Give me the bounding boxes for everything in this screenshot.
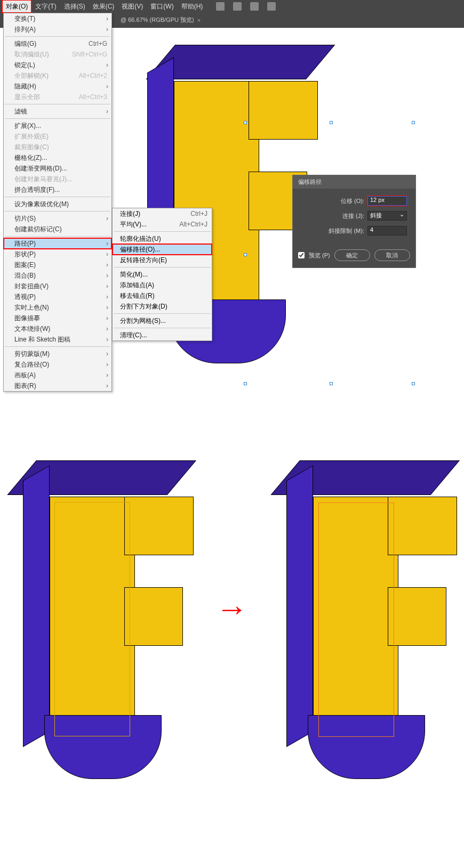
menu-item-label: 隐藏(H) xyxy=(14,82,36,91)
menu-item[interactable]: 实时上色(N) xyxy=(4,302,111,313)
menu-item[interactable]: 路径(P) xyxy=(4,238,111,249)
sel-handle-se[interactable] xyxy=(412,382,415,385)
menu-item-label: 取消编组(U) xyxy=(14,50,49,59)
menu-item: 扩展外观(E) xyxy=(4,131,111,142)
search-icon[interactable] xyxy=(233,2,242,11)
preview-checkbox[interactable] xyxy=(298,252,305,258)
submenu-item[interactable]: 清理(C)... xyxy=(113,330,212,340)
menu-item[interactable]: 排列(A) xyxy=(4,24,111,35)
menu-item[interactable]: 创建渐变网格(D)... xyxy=(4,163,111,174)
menu-effect[interactable]: 效果(C) xyxy=(89,0,118,13)
menu-item-label: 图表(R) xyxy=(14,382,36,391)
menu-item[interactable]: 图像描摹 xyxy=(4,313,111,323)
menu-item-label: Line 和 Sketch 图稿 xyxy=(14,335,70,344)
submenu-item-shortcut: Alt+Ctrl+J xyxy=(179,221,207,228)
sel-handle-nw[interactable] xyxy=(244,121,247,124)
letter-arm-mid xyxy=(388,587,446,646)
tab-label: @ 66.67% (RGB/GPU 预览) xyxy=(121,16,194,24)
miter-input[interactable]: 4 xyxy=(367,226,407,236)
menu-window[interactable]: 窗口(W) xyxy=(147,0,177,13)
menu-item-shortcut: Alt+Ctrl+2 xyxy=(79,72,107,79)
after-artwork xyxy=(276,449,452,768)
menu-help[interactable]: 帮助(H) xyxy=(178,0,207,13)
menu-item[interactable]: 形状(P) xyxy=(4,249,111,259)
offset-inner-path xyxy=(318,502,394,737)
sync-icon[interactable] xyxy=(267,2,276,11)
join-label: 连接 (J): xyxy=(342,212,364,220)
menu-item-label: 路径(P) xyxy=(14,239,36,248)
menu-item[interactable]: 编组(G)Ctrl+G xyxy=(4,38,111,49)
ok-button[interactable]: 确定 xyxy=(334,249,370,261)
sel-handle-s[interactable] xyxy=(330,382,333,385)
path-submenu[interactable]: 连接(J)Ctrl+J平均(V)...Alt+Ctrl+J轮廓化描边(U)偏移路… xyxy=(112,208,212,341)
menu-item-label: 变换(T) xyxy=(14,14,35,23)
letter-arm-mid xyxy=(124,587,183,646)
menubar: 对象(O) 文字(T) 选择(S) 效果(C) 视图(V) 窗口(W) 帮助(H… xyxy=(0,0,464,13)
submenu-item[interactable]: 连接(J)Ctrl+J xyxy=(113,208,212,219)
menu-select[interactable]: 选择(S) xyxy=(60,0,89,13)
menu-item[interactable]: 扩展(X)... xyxy=(4,120,111,131)
menu-item[interactable]: 文本绕排(W) xyxy=(4,323,111,334)
menu-object[interactable]: 对象(O) xyxy=(2,0,31,13)
cancel-button[interactable]: 取消 xyxy=(374,249,410,261)
menu-item[interactable]: 复合路径(O) xyxy=(4,359,111,370)
submenu-item[interactable]: 平均(V)...Alt+Ctrl+J xyxy=(113,219,212,230)
offset-label: 位移 (O): xyxy=(341,197,364,205)
menu-item[interactable]: 封套扭曲(V) xyxy=(4,281,111,291)
letter-top-face xyxy=(146,45,335,79)
menu-item[interactable]: 滤镜 xyxy=(4,106,111,117)
menu-type[interactable]: 文字(T) xyxy=(31,0,60,13)
sel-handle-sw[interactable] xyxy=(244,382,247,385)
menu-item[interactable]: 切片(S) xyxy=(4,213,111,224)
menu-item-shortcut: Shift+Ctrl+G xyxy=(72,51,107,58)
menu-item-label: 滤镜 xyxy=(14,107,27,116)
submenu-item[interactable]: 移去锚点(R) xyxy=(113,290,212,301)
offset-path-dialog: 偏移路径 位移 (O): 12 px 连接 (J): 斜接 斜接限制 (M): … xyxy=(292,175,416,268)
submenu-item[interactable]: 简化(M)... xyxy=(113,269,212,280)
menu-item-label: 创建对象马赛克(J)... xyxy=(14,175,72,184)
submenu-item[interactable]: 轮廓化描边(U) xyxy=(113,233,212,244)
menu-item[interactable]: 拼合透明度(F)... xyxy=(4,184,111,195)
menu-item-label: 图像描摹 xyxy=(14,314,40,323)
menu-item[interactable]: 透视(P) xyxy=(4,291,111,302)
menu-item-label: 扩展(X)... xyxy=(14,121,41,131)
menu-item[interactable]: 栅格化(Z)... xyxy=(4,152,111,163)
menu-item[interactable]: 混合(B) xyxy=(4,270,111,281)
offset-input[interactable]: 12 px xyxy=(367,196,407,206)
menu-item[interactable]: 变换(T) xyxy=(4,13,111,24)
menu-item[interactable]: 图表(R) xyxy=(4,380,111,391)
menu-item[interactable]: 创建裁切标记(C) xyxy=(4,224,111,234)
menu-item[interactable]: Line 和 Sketch 图稿 xyxy=(4,334,111,345)
submenu-item[interactable]: 添加锚点(A) xyxy=(113,280,212,290)
object-menu-dropdown[interactable]: 变换(T)排列(A)编组(G)Ctrl+G取消编组(U)Shift+Ctrl+G… xyxy=(3,13,112,392)
submenu-item[interactable]: 反转路径方向(E) xyxy=(113,255,212,265)
document-tab[interactable]: @ 66.67% (RGB/GPU 预览) × xyxy=(113,13,208,27)
sel-handle-n[interactable] xyxy=(330,121,333,124)
menubar-icons xyxy=(213,2,276,11)
menu-item-label: 图案(E) xyxy=(14,261,36,270)
menu-item[interactable]: 隐藏(H) xyxy=(4,81,111,92)
menu-item-label: 实时上色(N) xyxy=(14,303,49,312)
menu-item[interactable]: 剪切蒙版(M) xyxy=(4,348,111,359)
menu-item-label: 形状(P) xyxy=(14,250,36,259)
sel-handle-ne[interactable] xyxy=(412,121,415,124)
submenu-item-label: 分割为网格(S)... xyxy=(120,317,166,326)
menu-item[interactable]: 锁定(L) xyxy=(4,60,111,70)
menu-item-label: 全部解锁(K) xyxy=(14,71,49,80)
comparison-figure: → xyxy=(0,406,464,790)
menu-item[interactable]: 设为像素级优化(M) xyxy=(4,199,111,209)
join-select[interactable]: 斜接 xyxy=(367,211,407,221)
menu-item[interactable]: 画板(A) xyxy=(4,370,111,380)
arrange-docs-icon[interactable] xyxy=(250,2,259,11)
submenu-item[interactable]: 偏移路径(O)... xyxy=(113,244,212,255)
menu-item-label: 拼合透明度(F)... xyxy=(14,185,60,194)
submenu-item[interactable]: 分割为网格(S)... xyxy=(113,315,212,326)
sel-handle-w[interactable] xyxy=(244,253,247,256)
submenu-item-label: 连接(J) xyxy=(120,209,140,218)
tab-close-icon[interactable]: × xyxy=(197,17,201,23)
menu-item[interactable]: 图案(E) xyxy=(4,259,111,270)
submenu-item[interactable]: 分割下方对象(D) xyxy=(113,301,212,312)
submenu-item-label: 移去锚点(R) xyxy=(120,291,155,301)
workspace-icon[interactable] xyxy=(216,2,225,11)
menu-view[interactable]: 视图(V) xyxy=(118,0,147,13)
